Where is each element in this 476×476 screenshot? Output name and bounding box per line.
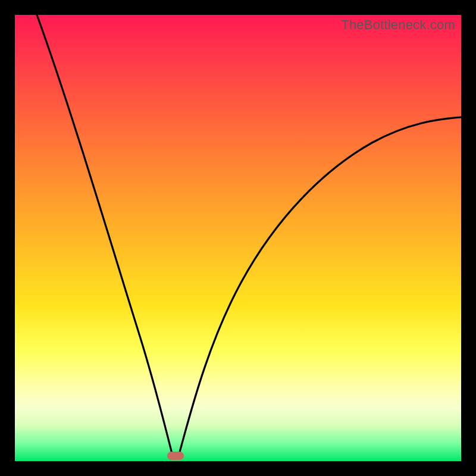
bottleneck-curve	[15, 15, 461, 461]
curve-left-branch	[37, 15, 173, 458]
plot-area: TheBottleneck.com	[15, 15, 461, 461]
chart-frame: TheBottleneck.com	[0, 0, 476, 476]
curve-right-branch	[178, 117, 461, 458]
optimal-point-marker	[167, 452, 184, 460]
